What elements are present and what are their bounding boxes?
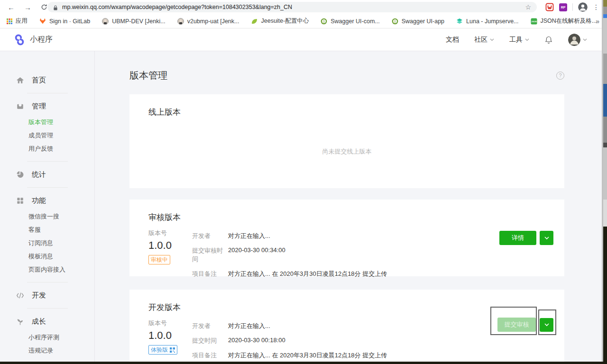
main-content: 版本管理 ? 线上版本 尚未提交线上版本 审核版本 版本号 1.0.0 审核中 …: [95, 51, 607, 364]
bookmarks-overflow-chevron[interactable]: »: [596, 14, 599, 28]
bookmark-json-parser[interactable]: JSON JSON在线解析及格...: [531, 17, 597, 25]
field-label: 提交时间: [192, 337, 228, 345]
jenkins-avatar-icon: [102, 18, 109, 25]
layers-icon: [456, 18, 463, 25]
sidebar-item-label: 首页: [32, 76, 46, 85]
sidebar-item-label: 功能: [32, 196, 46, 205]
detail-dropdown-button[interactable]: [540, 231, 553, 245]
nav-tools-label: 工具: [509, 36, 523, 44]
svg-text:JSON: JSON: [531, 20, 536, 23]
chevron-down-icon: [490, 38, 494, 41]
chevron-down-icon: [583, 38, 587, 41]
card-title: 开发版本: [148, 302, 545, 313]
sidebar-item-customer-service[interactable]: 客服: [0, 223, 94, 237]
reload-icon[interactable]: [41, 4, 47, 10]
sidebar-item-wechat-search[interactable]: 微信搜一搜: [0, 210, 94, 223]
background-window-sliver: [603, 0, 607, 364]
json-icon: JSON: [531, 18, 537, 25]
bookmark-gitlab[interactable]: Sign in · GitLab: [39, 18, 90, 25]
dev-version-card: 开发版本 版本号 1.0.0 体验版 开发者 对方正在输入... 提交时间 20…: [129, 290, 564, 364]
nav-community[interactable]: 社区: [474, 36, 494, 44]
browser-back-button[interactable]: ←: [8, 4, 15, 11]
page-title: 版本管理: [129, 69, 167, 82]
bookmark-luna-jumpserver[interactable]: Luna - Jumpserve...: [456, 18, 518, 25]
submit-review-button[interactable]: 提交审核: [497, 318, 536, 332]
sidebar-item-features[interactable]: 功能: [0, 193, 94, 208]
browser-menu-kebab-icon[interactable]: ⋮: [593, 4, 599, 10]
bookmark-label: Jeesuite-配置中心: [261, 17, 309, 25]
sidebar-item-develop[interactable]: 开发: [0, 288, 94, 302]
bookmark-swagger-app[interactable]: {} Swagger UI-app: [392, 18, 444, 25]
sidebar-item-label: 成长: [32, 317, 46, 326]
sidebar-item-growth[interactable]: 成长: [0, 314, 94, 328]
jenkins-avatar-icon: [177, 18, 184, 25]
sidebar-item-label: 开发: [32, 291, 46, 300]
sidebar-item-subscribe-message[interactable]: 订阅消息: [0, 237, 94, 250]
page-body: 首页 管理 版本管理 成员管理 用户反馈 统计 功能: [0, 51, 607, 364]
sidebar-item-violation-records[interactable]: 违规记录: [0, 344, 94, 357]
bookmark-jeesuite[interactable]: Jeesuite-配置中心: [251, 17, 309, 25]
chevron-down-icon: [544, 237, 549, 240]
sidebar-item-version-management[interactable]: 版本管理: [0, 116, 94, 129]
sidebar-item-template-message[interactable]: 模板消息: [0, 250, 94, 263]
url-omnibox[interactable]: mp.weixin.qq.com/wxamp/wacodepage/getcod…: [47, 2, 537, 12]
bookmark-jenkins-dev[interactable]: UBMP-DEV [Jenki...: [102, 18, 166, 25]
status-badge-reviewing: 审核中: [148, 255, 170, 264]
account-menu[interactable]: [568, 34, 587, 46]
taskbar-edge: [0, 362, 607, 364]
card-title: 线上版本: [148, 107, 545, 118]
extension-rp-icon[interactable]: RP: [559, 3, 567, 11]
submit-time-value: 2020-03-30 00:34:00: [228, 246, 285, 264]
bookmark-star-icon[interactable]: ☆: [525, 3, 531, 11]
leaf-icon: [251, 18, 258, 25]
sidebar-item-miniprogram-evaluation[interactable]: 小程序评测: [0, 331, 94, 344]
gitlab-icon: [39, 18, 46, 24]
sidebar-item-manage[interactable]: 管理: [0, 99, 94, 113]
bookmark-jenkins-uat[interactable]: v2ubmp-uat [Jenk...: [177, 18, 239, 25]
notification-bell-icon[interactable]: [544, 36, 553, 44]
nav-community-label: 社区: [474, 36, 487, 44]
nav-tools[interactable]: 工具: [509, 36, 529, 44]
version-number: 1.0.0: [148, 239, 172, 252]
bookmark-apps[interactable]: 应用: [7, 17, 28, 25]
pie-chart-icon: [16, 171, 24, 179]
field-label: 提交审核时间: [192, 246, 228, 264]
sidebar-item-statistics[interactable]: 统计: [0, 167, 94, 182]
brand-name: 小程序: [30, 35, 53, 45]
grid-icon: [16, 197, 24, 205]
sprout-icon: [16, 318, 24, 326]
sidebar-item-member-management[interactable]: 成员管理: [0, 129, 94, 142]
review-version-card: 审核版本 版本号 1.0.0 审核中 开发者 对方正在输入... 提交审核时间 …: [129, 200, 564, 276]
online-version-card: 线上版本 尚未提交线上版本: [129, 94, 564, 188]
project-note-value: 对方正在输入... 在 2020年3月30日凌晨12点18分 提交上传: [228, 270, 387, 278]
sidebar-item-user-feedback[interactable]: 用户反馈: [0, 142, 94, 155]
version-label: 版本号: [148, 319, 177, 328]
app-header: 小程序 文档 社区 工具: [0, 28, 607, 51]
bookmarks-bar: 应用 Sign in · GitLab UBMP-DEV [Jenki... v…: [0, 14, 607, 28]
field-label: 项目备注: [192, 351, 228, 360]
browser-address-bar: ← → mp.weixin.qq.com/wxamp/wacodepage/ge…: [0, 0, 607, 14]
extension-tray-icon[interactable]: [545, 3, 554, 11]
help-icon[interactable]: ?: [556, 72, 564, 80]
card-title: 审核版本: [148, 212, 545, 223]
sidebar: 首页 管理 版本管理 成员管理 用户反馈 统计 功能: [0, 51, 95, 364]
divider: [27, 161, 68, 162]
lock-icon: [53, 4, 58, 10]
nav-docs[interactable]: 文档: [446, 36, 459, 44]
sidebar-item-label: 管理: [32, 102, 46, 111]
field-label: 开发者: [192, 322, 228, 330]
sidebar-item-home[interactable]: 首页: [0, 73, 94, 87]
status-badge-trial[interactable]: 体验版: [148, 345, 177, 355]
divider: [27, 282, 68, 282]
sidebar-item-page-content-access[interactable]: 页面内容接入: [0, 263, 94, 276]
miniprogram-brand[interactable]: 小程序: [13, 34, 53, 46]
sidebar-item-label: 统计: [32, 170, 46, 179]
detail-button[interactable]: 详情: [499, 231, 536, 245]
url-text[interactable]: mp.weixin.qq.com/wxamp/wacodepage/getcod…: [62, 4, 525, 10]
submit-time-value: 2020-03-30 00:18:00: [228, 337, 285, 345]
miniprogram-logo-icon: [13, 34, 26, 46]
submit-dropdown-button[interactable]: [540, 318, 553, 332]
browser-profile-avatar[interactable]: [578, 2, 588, 12]
bookmark-swagger-com[interactable]: {} Swagger UI-com...: [321, 18, 380, 25]
browser-forward-button[interactable]: →: [24, 4, 31, 11]
